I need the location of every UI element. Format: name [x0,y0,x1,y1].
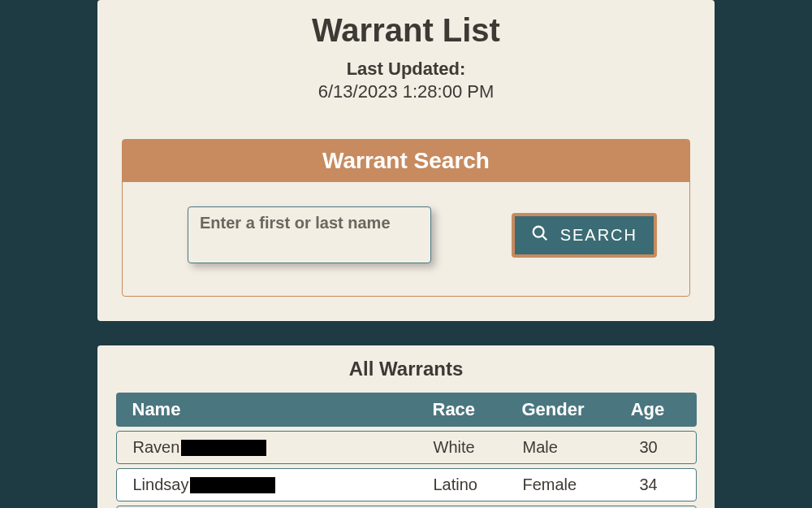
search-body: SEARCH [123,182,689,296]
search-header: Warrant Search [123,140,689,182]
cell-gender: Female [523,475,620,494]
results-panel: All Warrants Name Race Gender Age Raven … [97,345,715,508]
last-updated-value: 6/13/2023 1:28:00 PM [97,81,715,102]
col-header-gender: Gender [522,399,620,420]
cell-gender: Male [523,438,620,457]
search-input[interactable] [188,206,431,263]
cell-age: 34 [620,475,677,494]
cell-name: Lindsay [133,475,434,494]
search-icon [531,224,560,246]
first-name: Lindsay [133,475,189,494]
cell-name: Raven [133,438,434,457]
first-name: Raven [133,438,180,457]
search-button[interactable]: SEARCH [512,213,657,258]
results-table: Name Race Gender Age Raven White Male 30… [116,393,697,508]
last-updated-label: Last Updated: [97,59,715,80]
cell-race: Latino [434,475,523,494]
cell-age: 30 [620,438,677,457]
redacted-last-name [190,477,275,493]
top-panel: Warrant List Last Updated: 6/13/2023 1:2… [97,0,715,321]
cell-race: White [434,438,523,457]
svg-point-0 [533,226,543,237]
col-header-race: Race [433,399,522,420]
col-header-name: Name [132,399,433,420]
table-header-row: Name Race Gender Age [116,393,697,427]
results-title: All Warrants [97,358,715,380]
search-button-label: SEARCH [560,226,637,245]
search-box: Warrant Search SEARCH [122,139,690,297]
page-title: Warrant List [97,12,715,49]
table-row[interactable]: Lindsay Latino Female 34 [116,468,697,501]
redacted-last-name [181,440,266,456]
col-header-age: Age [620,399,676,420]
table-row[interactable]: Raven White Male 30 [116,431,697,464]
svg-line-1 [542,235,546,240]
